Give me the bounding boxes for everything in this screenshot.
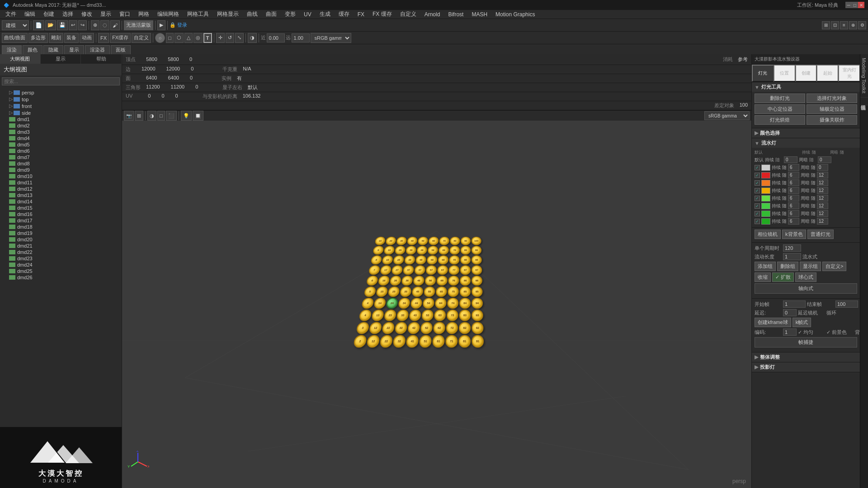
- coin-86[interactable]: 62: [433, 322, 446, 334]
- coin-93[interactable]: 32: [392, 335, 406, 347]
- vp-wire-btn[interactable]: □: [157, 111, 165, 121]
- light-check-0[interactable]: [755, 165, 760, 170]
- near-input[interactable]: [267, 33, 285, 42]
- shadow-header[interactable]: ▶ 投影灯: [752, 362, 860, 372]
- coin-10[interactable]: 9: [373, 246, 384, 254]
- coin-37[interactable]: 77: [448, 265, 459, 275]
- light-r2-4[interactable]: [817, 195, 828, 202]
- light-check-4[interactable]: [755, 196, 760, 201]
- rp-tab-light[interactable]: 灯光: [752, 65, 774, 82]
- light-r1-0[interactable]: [788, 164, 799, 171]
- light-r1-6[interactable]: [788, 210, 799, 217]
- light-color-0[interactable]: [761, 164, 770, 171]
- coin-18[interactable]: 89: [461, 246, 471, 254]
- redo-btn[interactable]: ↪: [78, 20, 87, 30]
- rp-tab-start[interactable]: 起始: [816, 65, 838, 82]
- coin-55[interactable]: 55: [424, 286, 435, 297]
- delay-input[interactable]: [783, 309, 797, 316]
- sphere-btn[interactable]: ○: [155, 33, 165, 43]
- panel-icon4[interactable]: ⊕: [849, 21, 857, 29]
- cube-btn[interactable]: □: [166, 33, 174, 43]
- coin-19[interactable]: 99: [472, 246, 482, 254]
- light-color-6[interactable]: [761, 211, 770, 217]
- render-tab-panel[interactable]: 渲染器: [85, 45, 110, 54]
- axis-style-btn[interactable]: 轴向式: [755, 283, 857, 294]
- coin-42[interactable]: 26: [389, 276, 401, 286]
- vp-shadow-btn[interactable]: 🔲: [193, 111, 203, 121]
- menu-arnold[interactable]: Arnold: [421, 10, 444, 19]
- light-tool-header[interactable]: ▼ 灯光工具: [752, 82, 860, 92]
- coin-41[interactable]: 16: [377, 276, 390, 286]
- coin-99[interactable]: 91: [472, 335, 484, 347]
- coin-29[interactable]: 98: [472, 255, 482, 264]
- coin-1[interactable]: 20: [385, 237, 396, 245]
- coin-5[interactable]: 60: [429, 237, 439, 245]
- coin-35[interactable]: 57: [425, 265, 437, 275]
- coin-58[interactable]: 85: [460, 286, 471, 297]
- coin-27[interactable]: 78: [449, 255, 459, 264]
- render-tab-panels[interactable]: 面板: [111, 45, 131, 54]
- coin-6[interactable]: 70: [439, 237, 449, 245]
- menu-bifrost[interactable]: Bifrost: [444, 10, 467, 19]
- menu-modify[interactable]: 修改: [78, 9, 96, 19]
- coin-46[interactable]: 66: [436, 276, 448, 286]
- tab-help[interactable]: 帮助: [81, 54, 122, 64]
- soft-select[interactable]: ◑: [248, 33, 257, 43]
- outliner-item-dmd9[interactable]: dmd9: [2, 167, 120, 173]
- outliner-item-dmd26[interactable]: dmd26: [2, 274, 120, 281]
- light-color-1[interactable]: [761, 172, 770, 178]
- k-style-btn[interactable]: k帧式: [793, 318, 811, 327]
- menu-file[interactable]: 文件: [2, 9, 20, 19]
- coin-4[interactable]: 50: [418, 237, 429, 245]
- outliner-item-dmd21[interactable]: dmd21: [2, 243, 120, 249]
- coin-32[interactable]: 27: [391, 265, 403, 275]
- coin-33[interactable]: 37: [403, 265, 415, 275]
- rp-tab-create[interactable]: 创建: [795, 65, 817, 82]
- outliner-item-dmd20[interactable]: dmd20: [2, 236, 120, 243]
- light-r2-3[interactable]: [817, 187, 828, 194]
- menu-deform[interactable]: 变形: [281, 9, 299, 19]
- coin-49[interactable]: 96: [472, 276, 482, 286]
- menu-edit[interactable]: 编辑: [21, 9, 39, 19]
- default-val1[interactable]: [784, 156, 797, 163]
- coin-94[interactable]: 41: [406, 335, 419, 347]
- coin-65[interactable]: 54: [423, 298, 435, 309]
- coin-59[interactable]: 95: [472, 286, 483, 297]
- fx-cache-tool[interactable]: FX缓存: [110, 33, 131, 43]
- outliner-item-top[interactable]: ▷ top: [2, 96, 120, 103]
- normal-light-btn[interactable]: 普通灯光: [807, 230, 834, 239]
- outliner-item-dmd3[interactable]: dmd3: [2, 129, 120, 135]
- menu-window[interactable]: 窗口: [116, 9, 134, 19]
- coin-75[interactable]: 53: [421, 310, 434, 321]
- coin-44[interactable]: 46: [413, 276, 425, 286]
- maximize-button[interactable]: □: [852, 2, 858, 8]
- overall-adj-header[interactable]: ▶ 整体调整: [752, 352, 860, 362]
- menu-mesh[interactable]: 网格: [135, 9, 153, 19]
- light-color-7[interactable]: [761, 218, 770, 225]
- light-color-4[interactable]: [761, 195, 770, 202]
- search-input[interactable]: [2, 77, 120, 85]
- paint-btn[interactable]: 🖌: [110, 20, 120, 30]
- outliner-item-side[interactable]: ▷ side: [2, 109, 120, 116]
- minimize-button[interactable]: ─: [845, 2, 852, 8]
- vp-cam-btn[interactable]: 📷: [124, 111, 134, 121]
- menu-display[interactable]: 显示: [97, 9, 115, 19]
- custom-tool[interactable]: 自定义: [132, 33, 151, 43]
- viewport[interactable]: 📷 ⊞ ◑ □ ⬛ 💡 🔲 sRGB gamma: [122, 111, 751, 488]
- coin-45[interactable]: 56: [425, 276, 436, 286]
- menu-mesh-tools[interactable]: 网格工具: [184, 9, 212, 19]
- coin-9[interactable]: 100: [472, 237, 481, 245]
- menu-curves[interactable]: 曲线: [243, 9, 261, 19]
- coin-28[interactable]: 88: [460, 255, 471, 264]
- coin-85[interactable]: 52: [420, 322, 433, 334]
- coin-16[interactable]: 69: [439, 246, 449, 254]
- light-r2-6[interactable]: [817, 210, 828, 217]
- coin-26[interactable]: 68: [438, 255, 448, 264]
- light-color-3[interactable]: [761, 188, 770, 194]
- coin-72[interactable]: 23: [384, 310, 397, 321]
- render-tab-color[interactable]: 颜色: [23, 45, 42, 54]
- coin-40[interactable]: 6: [366, 276, 378, 286]
- coin-13[interactable]: 39: [406, 246, 417, 254]
- coin-96[interactable]: 61: [432, 335, 445, 347]
- outliner-item-dmd7[interactable]: dmd7: [2, 154, 120, 160]
